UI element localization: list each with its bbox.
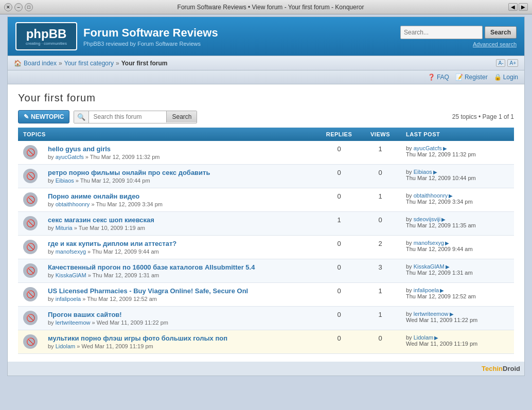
window-title: Forum Software Reviews • View forum - Yo… bbox=[33, 4, 508, 11]
techin-droid: Droid bbox=[503, 365, 520, 372]
lastpost-arrow-icon: ▶ bbox=[449, 193, 453, 199]
topic-replies: 0 bbox=[318, 188, 360, 212]
header-search-button[interactable]: Search bbox=[485, 26, 517, 39]
lastpost-author-link[interactable]: obtaithhoonry bbox=[414, 192, 448, 199]
topic-lastpost: by Lidolam▶ Wed Mar 11, 2009 11:19 pm bbox=[401, 330, 514, 354]
topic-locked-icon: 🚫 bbox=[26, 195, 35, 204]
topic-meta: by infalipoela » Thu Mar 12, 2009 12:52 … bbox=[48, 296, 313, 302]
page-content: Your first forum ✎ NEWTOPIC 🔍 Search 25 … bbox=[8, 84, 524, 362]
pagination: 25 topics • Page 1 of 1 bbox=[452, 113, 514, 120]
category-link[interactable]: Your first category bbox=[64, 60, 114, 67]
new-topic-button[interactable]: ✎ NEWTOPIC bbox=[18, 110, 69, 123]
table-row: 🚫 US Licensed Pharmacies - Buy Viagra On… bbox=[18, 283, 514, 307]
nav-forward[interactable]: ▶ bbox=[519, 3, 528, 11]
lastpost-arrow-icon: ▶ bbox=[434, 335, 438, 341]
table-row: 🚫 где и как купить диплом или аттестат? … bbox=[18, 236, 514, 259]
topic-author-link[interactable]: infalipoela bbox=[56, 296, 81, 302]
topic-views: 0 bbox=[360, 330, 401, 354]
lastpost-author-link[interactable]: sdeovijsviji bbox=[414, 216, 441, 222]
home-icon: 🏠 bbox=[14, 60, 22, 67]
topic-title-link[interactable]: где и как купить диплом или аттестат? bbox=[48, 240, 176, 247]
topic-lastpost: by infalipoela▶ Thu Mar 12, 2009 12:52 a… bbox=[401, 283, 514, 307]
lastpost-author-link[interactable]: lertwriteemow bbox=[414, 311, 449, 317]
search-forum-input[interactable] bbox=[89, 111, 166, 122]
topic-title-cell: US Licensed Pharmacies - Buy Viagra Onli… bbox=[43, 283, 318, 307]
window-controls[interactable]: ✕ – □ bbox=[4, 3, 33, 11]
font-resize: A- A+ bbox=[496, 59, 518, 67]
close-btn[interactable]: ✕ bbox=[4, 3, 12, 11]
header-search-area: Search Advanced search bbox=[400, 26, 517, 47]
topic-replies: 0 bbox=[318, 307, 360, 330]
lastpost-arrow-icon: ▶ bbox=[443, 146, 447, 151]
topic-meta: by Eibiaos » Thu Mar 12, 2009 10:44 pm bbox=[48, 177, 313, 184]
topic-author-link[interactable]: obtaithhoonry bbox=[56, 201, 90, 207]
topic-author-link[interactable]: KisskaGlAM bbox=[56, 272, 86, 278]
lastpost-author-link[interactable]: KisskaGlAM bbox=[414, 263, 445, 270]
breadcrumb: 🏠 Board index » Your first category » Yo… bbox=[14, 60, 167, 67]
topic-title-cell: Прогон ваших сайтов! by lertwriteemow » … bbox=[43, 307, 318, 330]
topic-author-link[interactable]: manofsexyg bbox=[56, 248, 86, 255]
topic-meta: by ayucGatcfs » Thu Mar 12, 2009 11:32 p… bbox=[48, 154, 313, 160]
topic-author-link[interactable]: lertwriteemow bbox=[56, 319, 91, 326]
topic-icon-cell: 🚫 bbox=[18, 141, 43, 165]
topic-title-link[interactable]: Прогон ваших сайтов! bbox=[48, 311, 122, 318]
topic-meta: by KisskaGlAM » Thu Mar 12, 2009 1:31 am bbox=[48, 272, 313, 278]
th-lastpost: LAST POST bbox=[401, 128, 514, 141]
lastpost-author-link[interactable]: infalipoela bbox=[414, 287, 439, 293]
browser-content: phpBB creating · communities Forum Softw… bbox=[0, 14, 532, 378]
topic-author-link[interactable]: ayucGatcfs bbox=[56, 154, 84, 160]
maximize-btn[interactable]: □ bbox=[25, 3, 33, 11]
login-label: Login bbox=[503, 74, 518, 81]
topic-replies: 0 bbox=[318, 259, 360, 283]
login-link[interactable]: 🔒 Login bbox=[494, 74, 518, 81]
logo-phpbb-text: phpBB bbox=[26, 27, 67, 41]
advanced-search-link[interactable]: Advanced search bbox=[473, 41, 517, 47]
nav-back[interactable]: ◀ bbox=[508, 3, 518, 11]
topic-replies: 0 bbox=[318, 141, 360, 165]
topic-title-cell: ретро порно фильмы онлайн про секс добав… bbox=[43, 165, 318, 188]
topic-title-link[interactable]: US Licensed Pharmacies - Buy Viagra Onli… bbox=[48, 287, 248, 295]
faq-link[interactable]: ❓ FAQ bbox=[428, 74, 449, 81]
faq-icon: ❓ bbox=[428, 74, 435, 81]
topic-lastpost: by manofsexyg▶ Thu Mar 12, 2009 9:44 am bbox=[401, 236, 514, 259]
site-subtitle: PhpBB3 reviewed by Forum Software Review… bbox=[83, 41, 218, 47]
register-icon: 📝 bbox=[455, 74, 463, 81]
topic-locked-icon: 🚫 bbox=[26, 290, 35, 298]
table-header-row: TOPICS REPLIES VIEWS LAST POST bbox=[18, 128, 514, 141]
lastpost-author-link[interactable]: Lidolam bbox=[414, 334, 434, 341]
lastpost-arrow-icon: ▶ bbox=[450, 311, 454, 317]
topic-meta: by manofsexyg » Thu Mar 12, 2009 9:44 am bbox=[48, 248, 313, 255]
topic-author-link[interactable]: Lidolam bbox=[56, 343, 76, 349]
topic-replies: 0 bbox=[318, 330, 360, 354]
topic-author-link[interactable]: Mituria bbox=[56, 225, 73, 231]
lastpost-author-link[interactable]: manofsexyg bbox=[414, 240, 444, 246]
search-forum-button[interactable]: Search bbox=[166, 111, 197, 122]
lastpost-author-link[interactable]: Eibiaos bbox=[414, 169, 432, 175]
font-decrease-btn[interactable]: A- bbox=[496, 59, 505, 67]
topic-locked-icon: 🚫 bbox=[26, 148, 35, 156]
logo-tagline: creating · communities bbox=[26, 41, 67, 46]
header-search-input[interactable] bbox=[400, 26, 483, 39]
window-nav-btns[interactable]: ◀ ▶ bbox=[508, 3, 528, 11]
topic-author-link[interactable]: Eibiaos bbox=[56, 177, 74, 184]
board-index-link[interactable]: Board index bbox=[24, 60, 57, 67]
topic-lastpost: by KisskaGlAM▶ Thu Mar 12, 2009 1:31 am bbox=[401, 259, 514, 283]
topic-title-link[interactable]: Качественный прогон по 16000 базе катало… bbox=[48, 263, 255, 271]
topic-locked-icon: 🚫 bbox=[26, 219, 35, 227]
topic-title-link[interactable]: секс магазин секс шоп киевская bbox=[48, 216, 154, 224]
minimize-btn[interactable]: – bbox=[14, 3, 23, 11]
topic-icon-cell: 🚫 bbox=[18, 165, 43, 188]
table-row: 🚫 hello gyus and girls by ayucGatcfs » T… bbox=[18, 141, 514, 165]
site-title: Forum Software Reviews bbox=[83, 26, 218, 40]
topic-title-link[interactable]: мультики порно флэш игры фото больших го… bbox=[48, 334, 227, 342]
forum-header: phpBB creating · communities Forum Softw… bbox=[8, 17, 524, 56]
font-increase-btn[interactable]: A+ bbox=[507, 59, 518, 67]
topic-views: 1 bbox=[360, 283, 401, 307]
topic-title-link[interactable]: Порно аниме онлайн видео bbox=[48, 192, 139, 200]
register-link[interactable]: 📝 Register bbox=[455, 74, 488, 81]
topic-title-link[interactable]: ретро порно фильмы онлайн про секс добав… bbox=[48, 169, 210, 176]
toolbar: ✎ NEWTOPIC 🔍 Search 25 topics • Page 1 o… bbox=[18, 110, 514, 123]
lastpost-author-link[interactable]: ayucGatcfs bbox=[414, 145, 442, 151]
topic-title-link[interactable]: hello gyus and girls bbox=[48, 145, 111, 153]
table-row: 🚫 Прогон ваших сайтов! by lertwriteemow … bbox=[18, 307, 514, 330]
